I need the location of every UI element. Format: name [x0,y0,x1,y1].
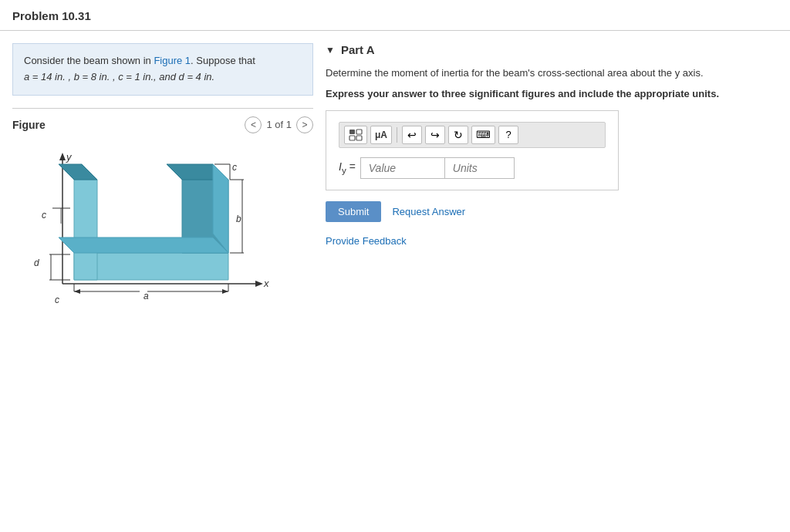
problem-text-part2: . Suppose that [191,55,255,66]
svg-marker-11 [59,164,97,180]
main-content: Consider the beam shown in Figure 1. Sup… [0,31,790,323]
svg-marker-7 [74,180,97,280]
svg-text:b: b [236,214,241,224]
svg-marker-4 [255,281,263,287]
left-panel: Consider the beam shown in Figure 1. Sup… [12,43,313,311]
redo-icon: ↪ [430,129,440,141]
answer-toolbar: μA ↩ ↪ ↻ ⌨ ? [339,122,606,148]
value-input[interactable] [360,157,445,179]
action-row: Submit Request Answer [326,201,778,222]
figure-svg: y x [12,141,290,311]
svg-text:d: d [34,258,39,268]
toolbar-divider [397,127,397,143]
svg-marker-1 [59,153,66,160]
provide-feedback-link[interactable]: Provide Feedback [326,235,407,247]
keyboard-icon: ⌨ [476,129,491,140]
svg-text:c: c [42,210,46,221]
help-icon: ? [505,129,511,140]
redo-button[interactable]: ↪ [425,126,445,144]
svg-text:c: c [55,295,59,305]
answer-box: μA ↩ ↪ ↻ ⌨ ? [326,110,619,190]
keyboard-button[interactable]: ⌨ [471,126,495,144]
figure-link[interactable]: Figure 1 [154,55,191,66]
figure-page-indicator: 1 of 1 [266,119,292,130]
svg-rect-37 [349,136,355,140]
page-title: Problem 10.31 [12,9,778,22]
part-a-label: Part A [341,43,375,56]
units-input[interactable] [445,157,515,179]
problem-equation: a = 14 in. , b = 8 in. , c = 1 in., and … [24,71,214,82]
nav-next-button[interactable]: > [296,116,313,133]
page-header: Problem 10.31 [0,0,790,31]
svg-rect-36 [356,130,362,134]
instruction-text: Express your answer to three significant… [326,88,778,99]
svg-text:y: y [66,151,73,163]
input-label: Iy = [339,160,356,175]
undo-icon: ↩ [407,129,417,141]
refresh-button[interactable]: ↻ [448,126,468,144]
svg-marker-32 [74,289,80,294]
nav-prev-button[interactable]: < [245,116,262,133]
problem-text-part1: Consider the beam shown in [24,55,154,66]
figure-header: Figure < 1 of 1 > [12,116,313,133]
right-panel: ▼ Part A Determine the moment of inertia… [326,43,778,311]
svg-marker-12 [59,237,228,253]
mu-label: μA [375,130,387,140]
request-answer-link[interactable]: Request Answer [392,206,465,217]
figure-section: Figure < 1 of 1 > y x [12,108,313,311]
svg-text:c: c [232,162,237,173]
mu-button[interactable]: μA [370,126,392,144]
fraction-icon [349,129,363,141]
submit-button[interactable]: Submit [326,201,381,222]
svg-rect-38 [356,136,362,140]
part-arrow-icon: ▼ [326,45,335,56]
part-a-header: ▼ Part A [326,43,778,56]
refresh-icon: ↻ [454,129,463,141]
figure-title: Figure [12,119,46,131]
undo-button[interactable]: ↩ [402,126,422,144]
svg-text:x: x [263,278,269,289]
svg-text:a: a [143,291,149,301]
fraction-button[interactable] [344,126,367,144]
figure-nav: < 1 of 1 > [245,116,313,133]
figure-canvas: y x [12,141,290,311]
problem-box: Consider the beam shown in Figure 1. Sup… [12,43,313,96]
svg-marker-33 [222,289,228,294]
svg-rect-35 [349,130,355,134]
question-text: Determine the moment of inertia for the … [326,66,778,82]
help-button[interactable]: ? [498,126,518,144]
input-row: Iy = [339,157,606,179]
